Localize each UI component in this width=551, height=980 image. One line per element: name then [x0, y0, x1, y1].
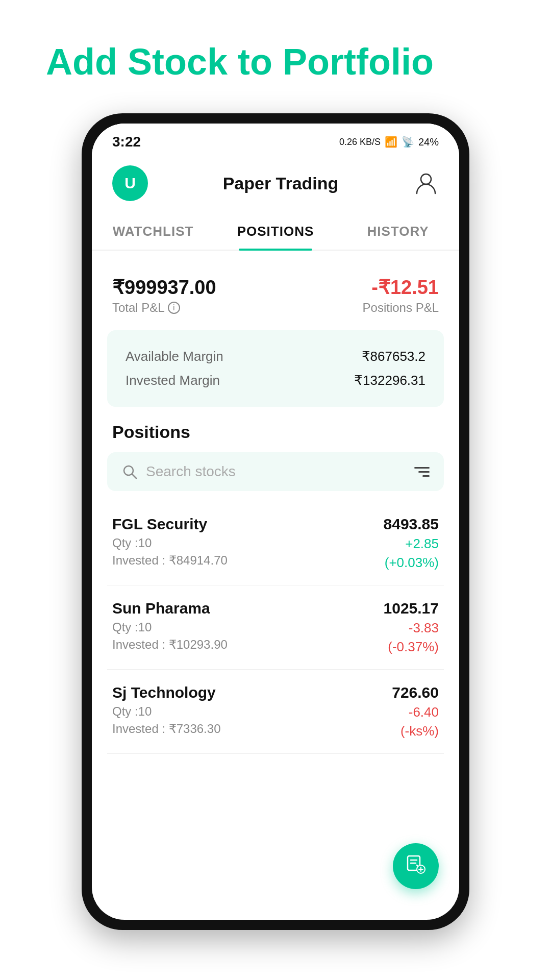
stock-item-sunpharma[interactable]: Sun Pharama Qty :10 Invested : ₹10293.90…	[107, 585, 444, 670]
margin-box: Available Margin ₹867653.2 Invested Marg…	[107, 330, 444, 407]
positions-pnl-col: -₹12.51 Positions P&L	[281, 276, 439, 315]
stock-price-sunpharma: 1025.17	[384, 600, 439, 617]
stock-pct-sunpharma: (-0.37%)	[388, 639, 439, 655]
stock-name-sjtech: Sj Technology	[112, 684, 220, 701]
stock-qty-sunpharma: Qty :10	[112, 620, 228, 634]
positions-pnl-value: -₹12.51	[281, 276, 439, 299]
svg-point-0	[421, 174, 431, 184]
status-icons: 0.26 KB/S 📶 📡 24%	[339, 136, 439, 148]
status-time: 3:22	[112, 134, 141, 150]
stock-invested-sjtech: Invested : ₹7336.30	[112, 722, 220, 736]
stock-left-sunpharma: Sun Pharama Qty :10 Invested : ₹10293.90	[112, 600, 228, 652]
stock-invested-fgl: Invested : ₹84914.70	[112, 553, 228, 568]
profile-icon[interactable]	[413, 170, 439, 196]
search-icon	[121, 463, 138, 480]
app-header: U Paper Trading	[92, 155, 459, 211]
stock-right-sjtech: 726.60 -6.40 (-ks%)	[392, 684, 439, 739]
stock-left-sjtech: Sj Technology Qty :10 Invested : ₹7336.3…	[112, 684, 220, 736]
tab-history[interactable]: HISTORY	[337, 211, 459, 250]
network-speed: 0.26 KB/S	[339, 137, 381, 148]
stock-change-sunpharma: -3.83	[409, 620, 439, 636]
page-title-part1: Add Stock to	[46, 41, 283, 82]
status-bar: 3:22 0.26 KB/S 📶 📡 24%	[92, 124, 459, 155]
available-margin-row: Available Margin ₹867653.2	[126, 345, 425, 369]
app-title: Paper Trading	[223, 174, 339, 193]
invested-margin-row: Invested Margin ₹132296.31	[126, 369, 425, 393]
add-icon	[406, 854, 426, 879]
page-title-part2: Portfolio	[283, 41, 434, 82]
stock-right-sunpharma: 1025.17 -3.83 (-0.37%)	[384, 600, 439, 655]
search-input[interactable]: Search stocks	[146, 463, 406, 480]
stock-name-fgl: FGL Security	[112, 516, 228, 533]
page-title: Add Stock to Portfolio	[0, 41, 434, 83]
stock-price-sjtech: 726.60	[392, 684, 439, 701]
invested-margin-label: Invested Margin	[126, 373, 220, 388]
avatar: U	[112, 165, 148, 201]
stock-item-sjtech[interactable]: Sj Technology Qty :10 Invested : ₹7336.3…	[107, 670, 444, 754]
stock-item-fgl[interactable]: FGL Security Qty :10 Invested : ₹84914.7…	[107, 501, 444, 585]
svg-line-2	[132, 474, 136, 478]
total-pnl-value: ₹999937.00	[112, 276, 270, 299]
stock-price-fgl: 8493.85	[384, 516, 439, 533]
stock-qty-sjtech: Qty :10	[112, 704, 220, 719]
phone-screen: 3:22 0.26 KB/S 📶 📡 24% U Paper Trading	[92, 124, 459, 920]
phone-frame: 3:22 0.26 KB/S 📶 📡 24% U Paper Trading	[82, 113, 469, 930]
filter-icon[interactable]	[414, 467, 430, 477]
stock-pct-sjtech: (-ks%)	[400, 723, 439, 739]
stock-list: FGL Security Qty :10 Invested : ₹84914.7…	[92, 501, 459, 754]
stock-right-fgl: 8493.85 +2.85 (+0.03%)	[384, 516, 439, 571]
tabs: WATCHLIST POSITIONS HISTORY	[92, 211, 459, 251]
search-bar[interactable]: Search stocks	[107, 452, 444, 491]
signal-icon: 📡	[402, 136, 414, 148]
stock-qty-fgl: Qty :10	[112, 536, 228, 550]
invested-margin-value: ₹132296.31	[354, 373, 425, 388]
wifi-icon: 📶	[385, 136, 397, 148]
stock-name-sunpharma: Sun Pharama	[112, 600, 228, 617]
info-icon[interactable]: i	[168, 302, 180, 314]
available-margin-label: Available Margin	[126, 349, 223, 364]
tab-watchlist[interactable]: WATCHLIST	[92, 211, 214, 250]
total-pnl-label: Total P&L i	[112, 301, 270, 315]
battery-text: 24%	[418, 136, 439, 148]
stock-change-sjtech: -6.40	[409, 704, 439, 720]
stock-pct-fgl: (+0.03%)	[385, 555, 439, 571]
tab-positions[interactable]: POSITIONS	[214, 211, 337, 250]
positions-heading: Positions	[92, 417, 459, 452]
stock-change-fgl: +2.85	[405, 536, 439, 552]
page-wrapper: Add Stock to Portfolio 3:22 0.26 KB/S 📶 …	[0, 0, 551, 980]
stock-invested-sunpharma: Invested : ₹10293.90	[112, 638, 228, 652]
positions-pnl-label: Positions P&L	[281, 301, 439, 315]
summary-section: ₹999937.00 Total P&L i -₹12.51 Positions…	[92, 261, 459, 325]
stock-left-fgl: FGL Security Qty :10 Invested : ₹84914.7…	[112, 516, 228, 568]
add-stock-fab[interactable]	[393, 843, 439, 889]
available-margin-value: ₹867653.2	[362, 349, 425, 364]
total-pnl-col: ₹999937.00 Total P&L i	[112, 276, 270, 315]
